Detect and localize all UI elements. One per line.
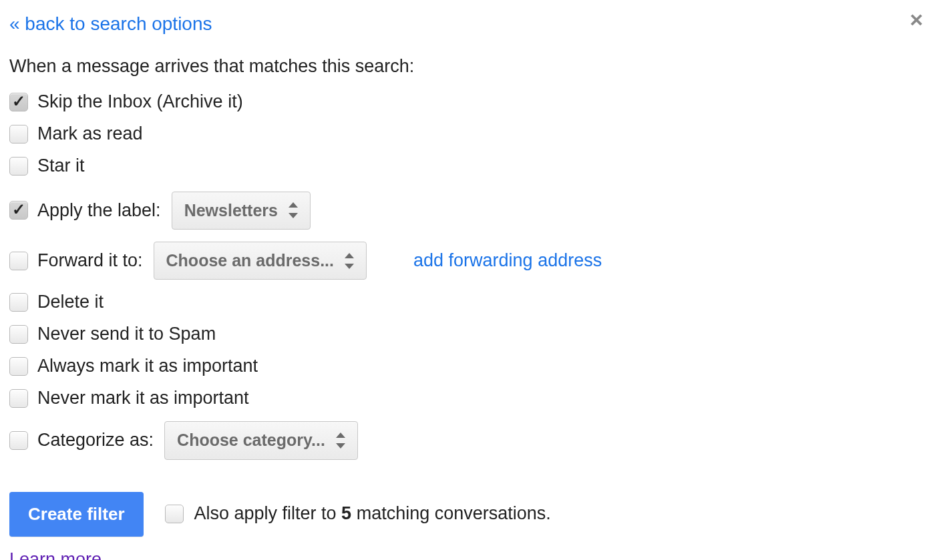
label-categorize: Categorize as: (37, 429, 154, 452)
close-icon[interactable]: × (910, 8, 923, 31)
label-mark-read: Mark as read (37, 123, 143, 146)
option-delete-it: Delete it (9, 289, 926, 316)
label-always-important: Always mark it as important (37, 355, 258, 378)
option-mark-read: Mark as read (9, 121, 926, 148)
select-categorize-value: Choose category... (177, 430, 325, 451)
checkbox-skip-inbox[interactable] (9, 93, 28, 111)
select-apply-label[interactable]: Newsletters (172, 192, 311, 230)
add-forwarding-address-link[interactable]: add forwarding address (413, 250, 602, 272)
select-categorize[interactable]: Choose category... (164, 421, 358, 459)
option-always-important: Always mark it as important (9, 353, 926, 380)
option-categorize: Categorize as: Choose category... (9, 421, 926, 459)
label-star-it: Star it (37, 155, 85, 178)
back-to-search-link[interactable]: « back to search options (9, 12, 212, 35)
checkbox-never-important[interactable] (9, 389, 28, 408)
select-apply-label-value: Newsletters (184, 200, 278, 221)
checkbox-forward[interactable] (9, 252, 28, 270)
label-never-important: Never mark it as important (37, 387, 249, 410)
option-apply-label: Apply the label: Newsletters (9, 192, 926, 230)
also-apply-count: 5 (341, 503, 351, 523)
filter-create-panel: × « back to search options When a messag… (0, 0, 935, 560)
sort-icon (345, 254, 354, 268)
checkbox-apply-label[interactable] (9, 201, 28, 220)
filter-footer: Create filter Also apply filter to 5 mat… (9, 492, 926, 537)
filter-intro-text: When a message arrives that matches this… (9, 55, 926, 78)
sort-icon (289, 204, 298, 217)
checkbox-mark-read[interactable] (9, 125, 28, 144)
label-never-spam: Never send it to Spam (37, 323, 216, 346)
also-apply-row: Also apply filter to 5 matching conversa… (165, 503, 551, 525)
also-apply-prefix: Also apply filter to (194, 503, 342, 523)
checkbox-star-it[interactable] (9, 157, 28, 176)
also-apply-text: Also apply filter to 5 matching conversa… (194, 503, 551, 525)
option-skip-inbox: Skip the Inbox (Archive it) (9, 89, 926, 115)
option-star-it: Star it (9, 153, 926, 180)
label-skip-inbox: Skip the Inbox (Archive it) (37, 91, 243, 113)
checkbox-always-important[interactable] (9, 357, 28, 376)
also-apply-suffix: matching conversations. (351, 503, 551, 523)
checkbox-also-apply[interactable] (165, 505, 184, 523)
checkbox-categorize[interactable] (9, 431, 28, 450)
option-never-spam: Never send it to Spam (9, 321, 926, 348)
checkbox-never-spam[interactable] (9, 325, 28, 344)
create-filter-button[interactable]: Create filter (9, 492, 144, 537)
label-forward: Forward it to: (37, 250, 143, 272)
option-forward: Forward it to: Choose an address... add … (9, 242, 926, 280)
option-never-important: Never mark it as important (9, 385, 926, 412)
filter-options-list: Skip the Inbox (Archive it) Mark as read… (9, 89, 926, 460)
label-delete-it: Delete it (37, 291, 104, 314)
sort-icon (336, 434, 345, 447)
learn-more-link[interactable]: Learn more (9, 549, 102, 561)
select-forward-address[interactable]: Choose an address... (154, 242, 367, 280)
select-forward-address-value: Choose an address... (166, 250, 334, 271)
label-apply-label: Apply the label: (37, 200, 161, 222)
checkbox-delete-it[interactable] (9, 293, 28, 312)
